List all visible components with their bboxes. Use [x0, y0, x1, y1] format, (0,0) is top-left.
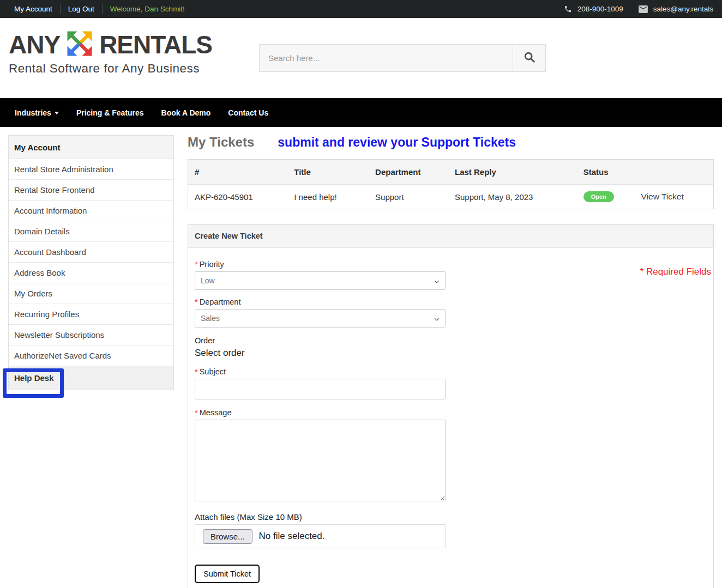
- nav-item-industries[interactable]: Industries: [15, 108, 59, 117]
- phone-number[interactable]: 208-900-1009: [577, 5, 623, 13]
- department-label-text: Department: [200, 298, 241, 306]
- ticket-status-cell: Open: [577, 185, 635, 209]
- required-star: *: [195, 260, 198, 269]
- log-out-link[interactable]: Log Out: [61, 5, 102, 13]
- top-bar: My Account Log Out Welcome, Dan Schmit! …: [0, 0, 722, 18]
- search-input[interactable]: [260, 45, 513, 71]
- tickets-table-body: AKP-620-45901 I need help! Support Suppo…: [188, 185, 714, 209]
- required-star: *: [195, 367, 198, 376]
- top-bar-left: My Account Log Out Welcome, Dan Schmit!: [9, 0, 192, 18]
- subject-input[interactable]: [195, 379, 446, 399]
- top-bar-right: 208-900-1009 sales@any.rentals: [564, 5, 713, 13]
- nav-item-label: Pricing & Features: [76, 108, 144, 117]
- nav-item-label: Industries: [15, 108, 51, 117]
- sidebar-item-account-information[interactable]: Account Information: [9, 201, 173, 221]
- logo-text-rentals: RENTALS: [99, 30, 212, 59]
- four-arrows-expand-icon: [65, 29, 94, 60]
- attach-files-label: Attach files (Max Size 10 MB): [195, 512, 707, 522]
- ticket-id: AKP-620-45901: [188, 185, 288, 209]
- tickets-table: # Title Department Last Reply Status AKP…: [188, 159, 714, 209]
- sidebar-item-rental-store-administration[interactable]: Rental Store Administration: [9, 159, 173, 180]
- phone-contact: 208-900-1009: [564, 5, 623, 13]
- order-select-value[interactable]: Select order: [195, 348, 707, 359]
- logo-row: ANY RENTALS: [9, 29, 212, 60]
- sidebar-item-domain-details[interactable]: Domain Details: [9, 221, 173, 242]
- sidebar-item-account-dashboard[interactable]: Account Dashboard: [9, 242, 173, 263]
- email-address[interactable]: sales@any.rentals: [653, 5, 713, 13]
- nav-item-book-a-demo[interactable]: Book A Demo: [161, 108, 211, 117]
- ticket-action-cell: View Ticket: [635, 185, 714, 209]
- tickets-header-row: # Title Department Last Reply Status: [188, 160, 714, 185]
- email-contact: sales@any.rentals: [639, 5, 713, 13]
- subject-label-text: Subject: [200, 367, 226, 376]
- welcome-message: Welcome, Dan Schmit!: [103, 5, 192, 13]
- message-label-text: Message: [200, 408, 232, 417]
- required-star: *: [195, 408, 198, 417]
- priority-label-text: Priority: [200, 260, 224, 269]
- status-badge: Open: [583, 191, 614, 202]
- phone-icon: [564, 5, 572, 13]
- sidebar-item-help-desk[interactable]: Help Desk: [9, 366, 173, 390]
- subject-label: *Subject: [195, 367, 707, 376]
- header-action: [635, 160, 714, 185]
- priority-label: *Priority: [195, 260, 707, 269]
- tickets-table-head: # Title Department Last Reply Status: [188, 160, 714, 185]
- ticket-title: I need help!: [287, 185, 369, 209]
- sidebar-item-my-orders[interactable]: My Orders: [9, 283, 173, 304]
- message-label: *Message: [195, 408, 707, 417]
- header-last-reply: Last Reply: [448, 160, 577, 185]
- nav-item-contact-us[interactable]: Contact Us: [228, 108, 268, 117]
- search-button[interactable]: [513, 45, 545, 71]
- message-textarea[interactable]: [195, 420, 446, 501]
- logo-tagline: Rental Software for Any Business: [9, 62, 212, 76]
- department-select-wrap: Sales: [195, 309, 446, 328]
- nav-item-label: Book A Demo: [161, 108, 211, 117]
- sidebar-item-authorizenet-saved-cards[interactable]: AuthorizeNet Saved Cards: [9, 345, 173, 366]
- department-label: *Department: [195, 298, 707, 306]
- no-file-text: No file selected.: [259, 531, 325, 542]
- panel-body: * Required Fields *Priority Low *Departm…: [188, 248, 713, 588]
- required-star: *: [195, 298, 198, 306]
- title-row: My Tickets submit and review your Suppor…: [188, 135, 714, 150]
- department-select[interactable]: Sales: [195, 309, 446, 328]
- nav-item-label: Contact Us: [228, 108, 268, 117]
- header-id: #: [188, 160, 288, 185]
- required-star: *: [640, 266, 644, 277]
- sidebar-item-recurring-profiles[interactable]: Recurring Profiles: [9, 304, 173, 325]
- page: My Account Log Out Welcome, Dan Schmit! …: [0, 0, 722, 588]
- required-fields-note: * Required Fields: [640, 266, 711, 277]
- sidebar-title: My Account: [9, 136, 173, 159]
- view-ticket-link[interactable]: View Ticket: [641, 192, 684, 201]
- sidebar-item-newsletter-subscriptions[interactable]: Newsletter Subscriptions: [9, 325, 173, 345]
- ticket-last-reply: Support, May 8, 2023: [448, 185, 577, 209]
- page-title: My Tickets: [188, 135, 254, 150]
- required-note-text: Required Fields: [646, 266, 711, 277]
- main-content: My Tickets submit and review your Suppor…: [188, 135, 714, 588]
- submit-ticket-button[interactable]: Submit Ticket: [195, 565, 260, 583]
- logo-text-any: ANY: [9, 30, 60, 59]
- search-box: [259, 44, 546, 72]
- site-header: ANY RENTALS Rental Software for Any Busi…: [0, 18, 722, 98]
- envelope-icon: [639, 5, 648, 13]
- browse-button[interactable]: Browse...: [203, 529, 252, 544]
- caret-down-icon: [55, 112, 59, 114]
- panel-title: Create New Ticket: [188, 225, 713, 248]
- account-sidebar: My Account Rental Store Administration R…: [8, 135, 174, 390]
- ticket-department: Support: [369, 185, 448, 209]
- my-account-link[interactable]: My Account: [9, 5, 60, 13]
- priority-select-wrap: Low: [195, 271, 446, 290]
- sidebar-item-rental-store-frontend[interactable]: Rental Store Frontend: [9, 180, 173, 201]
- main-nav: Industries Pricing & Features Book A Dem…: [0, 98, 722, 127]
- page-subtitle: submit and review your Support Tickets: [278, 135, 516, 150]
- order-label: Order: [195, 336, 707, 345]
- header-title: Title: [287, 160, 369, 185]
- nav-item-pricing-features[interactable]: Pricing & Features: [76, 108, 144, 117]
- sidebar-item-address-book[interactable]: Address Book: [9, 263, 173, 283]
- table-row: AKP-620-45901 I need help! Support Suppo…: [188, 185, 714, 209]
- logo[interactable]: ANY RENTALS Rental Software for Any Busi…: [9, 29, 212, 76]
- search-icon: [524, 51, 536, 65]
- header-status: Status: [577, 160, 635, 185]
- file-upload-field[interactable]: Browse... No file selected.: [195, 524, 446, 548]
- header-department: Department: [369, 160, 448, 185]
- priority-select[interactable]: Low: [195, 271, 446, 290]
